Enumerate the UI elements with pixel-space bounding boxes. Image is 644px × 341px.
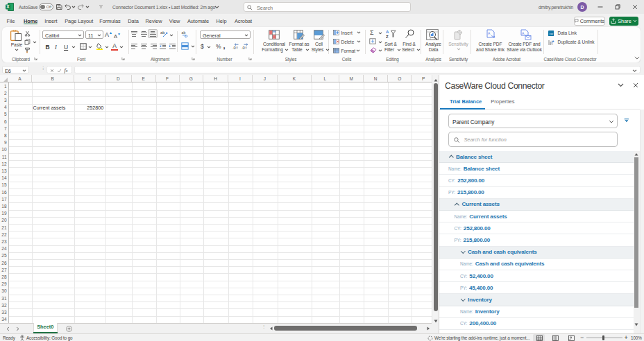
maximize-button[interactable] — [615, 4, 620, 10]
alignment-dialog-launcher[interactable] — [192, 57, 195, 60]
column-header-G[interactable]: G — [180, 75, 203, 82]
insert-cells-icon[interactable] — [333, 30, 339, 35]
create-pdf-outlook-label-1[interactable]: Create PDF and — [508, 42, 540, 46]
conditional-formatting-dropdown-icon[interactable] — [285, 49, 289, 51]
row-header-33[interactable]: 33 — [0, 310, 7, 315]
autosum-dropdown-icon[interactable] — [378, 32, 382, 35]
delete-cells-icon[interactable] — [333, 39, 339, 44]
tabbar-grip[interactable]: ⋮ — [262, 326, 263, 331]
format-as-table-label-2[interactable]: Table — [291, 47, 302, 52]
align-top-icon[interactable] — [130, 30, 137, 37]
cancel-formula-icon[interactable] — [50, 69, 54, 73]
cell-styles-dropdown-icon[interactable] — [325, 49, 330, 51]
bold-button[interactable]: B — [46, 44, 50, 51]
row-header-4[interactable]: 4 — [0, 105, 7, 110]
find-select-icon[interactable] — [405, 29, 415, 39]
row-header-18[interactable]: 18 — [0, 204, 7, 209]
analyze-data-icon[interactable] — [426, 29, 439, 40]
italic-button[interactable]: I — [55, 44, 57, 51]
increase-font-icon[interactable]: A▲ — [105, 30, 112, 38]
number-format-combo[interactable]: General — [200, 30, 251, 39]
hscroll-left-icon[interactable] — [269, 326, 273, 331]
sheet-nav-left-icon[interactable] — [6, 326, 10, 331]
cell-styles-icon[interactable] — [314, 30, 325, 40]
create-pdf-link-label-1[interactable]: Create PDF — [479, 42, 502, 46]
zoom-slider-thumb[interactable] — [602, 335, 604, 341]
horizontal-scrollbar-thumb[interactable] — [274, 326, 417, 331]
ribbon-tab-help[interactable]: Help — [217, 18, 227, 24]
wrap-text-icon[interactable]: ab — [181, 30, 189, 37]
create-pdf-outlook-icon[interactable]: A — [520, 29, 532, 40]
filter-icon[interactable] — [623, 119, 631, 124]
row-header-11[interactable]: 11 — [0, 155, 7, 159]
formula-bar-grip[interactable]: ⋮ — [41, 67, 42, 73]
row-header-29[interactable]: 29 — [0, 281, 7, 286]
row-header-16[interactable]: 16 — [0, 190, 7, 195]
conditional-formatting-label-1[interactable]: Conditional — [263, 42, 285, 46]
redo-icon[interactable] — [78, 3, 85, 10]
row-header-31[interactable]: 31 — [0, 296, 7, 301]
normal-view-icon[interactable] — [536, 335, 543, 341]
ribbon-tab-review[interactable]: Review — [146, 18, 162, 24]
cell-styles-label-2[interactable]: Styles — [312, 47, 323, 52]
ribbon-tab-page-layout[interactable]: Page Layout — [65, 18, 93, 24]
cut-icon[interactable] — [24, 30, 31, 37]
row-header-32[interactable]: 32 — [0, 303, 7, 308]
format-cells-icon[interactable] — [333, 48, 339, 53]
font-size-combo[interactable]: 11 — [85, 30, 103, 39]
find-select-label-1[interactable]: Find & — [402, 42, 415, 46]
field-value[interactable]: Balance sheet — [464, 166, 500, 172]
accounting-dropdown-icon[interactable] — [207, 46, 211, 49]
field-value[interactable]: 252,800.00 — [464, 225, 491, 231]
clear-dropdown-icon[interactable] — [378, 49, 382, 52]
column-header-P[interactable]: P — [412, 75, 432, 82]
decrease-decimal-icon[interactable]: .0 0 — [241, 43, 248, 50]
clipboard-dialog-launcher[interactable] — [34, 57, 37, 60]
formula-input[interactable] — [74, 66, 641, 73]
data-link-label[interactable]: Data Link — [558, 30, 577, 35]
align-middle-icon[interactable] — [140, 30, 147, 37]
column-header-M[interactable]: M — [339, 75, 364, 82]
row-header-2[interactable]: 2 — [0, 91, 7, 96]
function-search-box[interactable]: Search for function — [448, 132, 618, 147]
create-pdf-link-label-2[interactable]: and Share link — [476, 47, 505, 52]
insert-label[interactable]: Insert — [341, 30, 353, 35]
row-header-25[interactable]: 25 — [0, 253, 7, 258]
avatar[interactable]: D — [577, 2, 587, 12]
ribbon-tab-view[interactable]: View — [169, 18, 180, 24]
align-left-icon[interactable] — [130, 43, 137, 50]
borders-icon[interactable] — [80, 43, 87, 50]
underline-dropdown-icon[interactable] — [71, 46, 76, 49]
duplicate-unlink-label[interactable]: Duplicate & Unlink — [558, 40, 595, 44]
field-value[interactable]: Inventory — [475, 308, 500, 315]
accessibility-icon[interactable] — [19, 335, 25, 341]
ribbon-tab-data[interactable]: Data — [128, 18, 138, 24]
copy-dropdown-icon[interactable] — [33, 41, 37, 44]
conditional-formatting-icon[interactable] — [269, 30, 280, 40]
row-header-30[interactable]: 30 — [0, 288, 7, 293]
clear-icon[interactable] — [370, 47, 377, 53]
ribbon-tab-acrobat[interactable]: Acrobat — [235, 18, 252, 24]
row-header-6[interactable]: 6 — [0, 119, 7, 124]
number-dialog-launcher[interactable] — [248, 57, 252, 60]
align-bottom-icon[interactable] — [149, 30, 156, 37]
row-header-3[interactable]: 3 — [0, 98, 7, 103]
row-header-19[interactable]: 19 — [0, 211, 7, 216]
zoom-out-button[interactable]: − — [580, 334, 584, 341]
user-name[interactable]: dmitry.peretrukhin — [539, 5, 573, 10]
pane-scroll-down-icon[interactable] — [634, 323, 638, 326]
row-header-24[interactable]: 24 — [0, 246, 7, 251]
format-dropdown-icon[interactable] — [356, 49, 360, 52]
field-value[interactable]: 215,800.00 — [463, 237, 490, 243]
name-box[interactable]: E6 — [2, 66, 29, 73]
pane-options-icon[interactable] — [618, 83, 624, 87]
column-header-E[interactable]: E — [132, 75, 156, 82]
delete-label[interactable]: Delete — [341, 40, 355, 44]
entity-dropdown[interactable]: Parent Company — [448, 114, 618, 128]
create-pdf-share-link-icon[interactable]: A — [485, 29, 496, 40]
font-family-combo[interactable]: Calibri — [42, 30, 84, 39]
row-header-27[interactable]: 27 — [0, 268, 7, 272]
field-value[interactable]: Cash and cash equivalents — [475, 261, 544, 267]
row-header-15[interactable]: 15 — [0, 182, 7, 187]
row-header-23[interactable]: 23 — [0, 239, 7, 244]
